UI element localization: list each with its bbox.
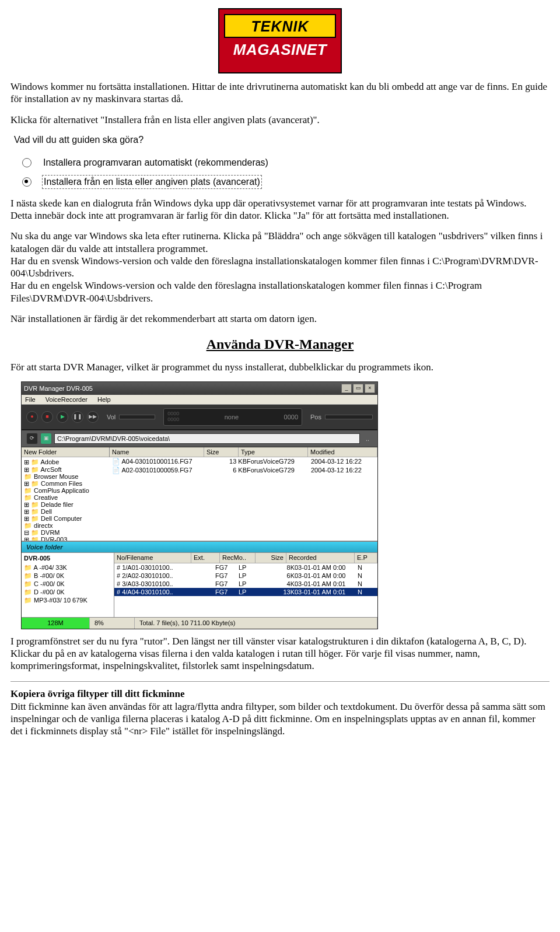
next-button[interactable]: ▶▶ — [87, 411, 99, 423]
file-row[interactable]: 📄 A02-030101000059.FG76 KBForusVoiceG729… — [110, 466, 377, 474]
rcol-ep[interactable]: E.P — [355, 553, 377, 562]
wizard-box: Vad vill du att guiden ska göra? Install… — [14, 134, 550, 189]
file-list: Name Size Type Modified 📄 A04-0301010001… — [110, 447, 377, 541]
paragraph-6: För att starta DVR Manager, vilket är pr… — [10, 361, 550, 373]
minimize-button[interactable]: _ — [341, 384, 352, 393]
wizard-option-label: Installera från en lista eller angiven p… — [42, 175, 262, 189]
record-row[interactable]: # 3/A03-03010100..FG7LP4K03-01-01 AM 0:0… — [114, 580, 377, 588]
path-toolbar: ⟳ ▣ C:\Program\DVRM\DVR-005\voicedata\ .… — [22, 430, 377, 447]
voice-folders[interactable]: DVR-005 📁 A -#04/ 33K📁 B -#00/ 0K📁 C -#0… — [22, 553, 114, 617]
paragraph-4a: Nu ska du ange var Windows ska leta efte… — [10, 230, 542, 254]
status-pct: 8% — [90, 618, 135, 628]
voice-folder-item[interactable]: 📁 A -#04/ 33K — [24, 563, 111, 572]
logo-box: TEKNIK MAGASINET — [218, 8, 342, 73]
refresh-button[interactable]: ⟳ — [26, 433, 38, 444]
path-ellipsis[interactable]: .. — [362, 435, 373, 442]
voice-folder-item[interactable]: 📁 B -#00/ 0K — [24, 572, 111, 580]
voice-folder-title: Voice folder — [22, 541, 377, 553]
lcd-display: 00000000 none 0000 — [163, 408, 302, 426]
tree-item[interactable]: ⊞ 📁 ArcSoft — [24, 466, 111, 473]
pos-label: Pos — [310, 414, 321, 421]
paragraph-4: Nu ska du ange var Windows ska leta efte… — [10, 230, 550, 304]
record-row[interactable]: # 4/A04-03010100..FG7LP13K03-01-01 AM 0:… — [114, 588, 377, 596]
tree-item[interactable]: 📁 ComPlus Applicatio — [24, 487, 111, 494]
pos-slider[interactable] — [325, 415, 373, 419]
record-row[interactable]: # 2/A02-03010100..FG7LP6K03-01-01 AM 0:0… — [114, 572, 377, 580]
vol-slider[interactable] — [119, 415, 155, 419]
copy-title: Kopiera övriga filtyper till ditt fickmi… — [10, 688, 185, 699]
paragraph-2: Klicka för alternativet "Installera från… — [10, 114, 550, 126]
voice-folder-item[interactable]: 📁 MP3-#03/ 10 679K — [24, 596, 111, 604]
tree-item[interactable]: ⊞ 📁 Common Files — [24, 480, 111, 487]
folder-button[interactable]: ▣ — [40, 433, 52, 444]
section-title: Använda DVR-Manager — [10, 335, 550, 353]
record-row[interactable]: # 1/A01-03010100..FG7LP8K03-01-01 AM 0:0… — [114, 563, 377, 572]
status-total: Total. 7 file(s), 10 711.00 Kbyte(s) — [135, 618, 377, 628]
paragraph-1: Windows kommer nu fortsätta installation… — [10, 80, 550, 106]
tree-item[interactable]: 📁 directx — [24, 522, 111, 529]
paragraph-3: I nästa skede kan en dialogruta från Win… — [10, 197, 550, 222]
col-size[interactable]: Size — [204, 447, 239, 457]
logo-line1: TEKNIK — [224, 14, 336, 38]
paragraph-7: I programfönstret ser du nu fyra "rutor"… — [10, 635, 550, 672]
record-button[interactable]: ● — [26, 411, 38, 423]
titlebar: DVR Manager DVR-005 _ ▭ × — [22, 382, 377, 395]
tree-item[interactable]: ⊞ 📁 Dell Computer — [24, 515, 111, 522]
rcol-no[interactable]: No/Filename — [114, 553, 191, 562]
vol-label: Vol — [107, 414, 116, 421]
tree-item[interactable]: 📁 Browser Mouse — [24, 473, 111, 480]
record-header: No/Filename Ext. RecMo.. Size Recorded E… — [114, 553, 377, 563]
wizard-option-0[interactable]: Installera programvaran automatiskt (rek… — [22, 156, 550, 169]
tree-item[interactable]: ⊞ 📁 DVR-003 — [24, 536, 111, 541]
pause-button[interactable]: ❚❚ — [72, 411, 83, 423]
close-button[interactable]: × — [365, 384, 375, 393]
radio-icon[interactable] — [22, 158, 32, 167]
tree-item[interactable]: ⊞ 📁 Delade filer — [24, 501, 111, 508]
paragraph-5: När installationen är färdig är det reko… — [10, 313, 550, 325]
explorer-pane: New Folder ⊞ 📁 Adobe⊞ 📁 ArcSoft 📁 Browse… — [22, 447, 377, 541]
path-input[interactable]: C:\Program\DVRM\DVR-005\voicedata\ — [54, 433, 360, 444]
rcol-size[interactable]: Size — [256, 553, 286, 562]
record-list: No/Filename Ext. RecMo.. Size Recorded E… — [114, 553, 377, 617]
tree-item[interactable]: ⊞ 📁 Dell — [24, 508, 111, 515]
bottom-pane: DVR-005 📁 A -#04/ 33K📁 B -#00/ 0K📁 C -#0… — [22, 553, 377, 617]
paragraph-4c: Har du en engelsk Windows-version och va… — [10, 280, 482, 303]
separator — [10, 681, 550, 682]
play-button[interactable]: ▶ — [57, 411, 68, 423]
maximize-button[interactable]: ▭ — [353, 384, 363, 393]
copy-body: Ditt fickminne kan även användas för att… — [10, 701, 545, 737]
wizard-option-1[interactable]: Installera från en lista eller angiven p… — [22, 175, 550, 189]
stop-button[interactable]: ■ — [41, 411, 53, 423]
app-screenshot: DVR Manager DVR-005 _ ▭ × File VoiceReco… — [21, 381, 550, 629]
voice-folder-item[interactable]: 📁 D -#00/ 0K — [24, 588, 111, 596]
rcol-recmode[interactable]: RecMo.. — [220, 553, 256, 562]
folders-head: DVR-005 — [24, 554, 111, 562]
col-type[interactable]: Type — [239, 447, 308, 457]
tree-item[interactable]: ⊞ 📁 Adobe — [24, 458, 111, 465]
tree-item[interactable]: 📁 Creative — [24, 494, 111, 501]
col-name[interactable]: Name — [110, 447, 204, 457]
paragraph-4b: Har du en svensk Windows-version och val… — [10, 255, 538, 279]
menu-help[interactable]: Help — [97, 396, 111, 403]
tree-item[interactable]: ⊟ 📁 DVRM — [24, 529, 111, 536]
lcd-left: 00000000 — [167, 411, 179, 423]
menu-file[interactable]: File — [25, 396, 36, 403]
folder-tree[interactable]: ⊞ 📁 Adobe⊞ 📁 ArcSoft 📁 Browser Mouse⊞ 📁 … — [22, 457, 114, 541]
status-bar: 128M 8% Total. 7 file(s), 10 711.00 Kbyt… — [22, 617, 377, 628]
logo-line2: MAGASINET — [224, 40, 336, 59]
wizard-option-label: Installera programvaran automatiskt (rek… — [42, 156, 270, 169]
window-title: DVR Manager DVR-005 — [24, 385, 93, 392]
rcol-recorded[interactable]: Recorded — [286, 553, 355, 562]
status-memory: 128M — [22, 618, 90, 628]
rcol-ext[interactable]: Ext. — [191, 553, 220, 562]
voice-folder-item[interactable]: 📁 C -#00/ 0K — [24, 580, 111, 588]
tree-header: New Folder — [22, 447, 109, 457]
header-logo: TEKNIK MAGASINET — [10, 8, 550, 73]
radio-icon[interactable] — [22, 177, 32, 187]
col-modified[interactable]: Modified — [308, 447, 377, 457]
menubar: File VoiceRecorder Help — [22, 395, 377, 405]
menu-voicerecorder[interactable]: VoiceRecorder — [46, 396, 88, 403]
lcd-center: none — [225, 414, 239, 421]
paragraph-copy: Kopiera övriga filtyper till ditt fickmi… — [10, 688, 550, 737]
file-row[interactable]: 📄 A04-030101000116.FG713 KBForusVoiceG72… — [110, 457, 377, 465]
